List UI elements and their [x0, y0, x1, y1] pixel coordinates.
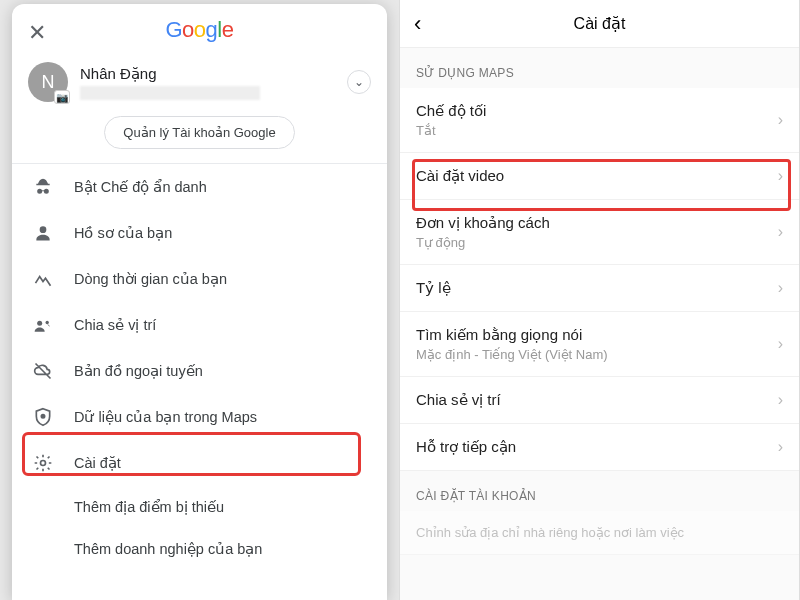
chevron-right-icon: ›: [778, 438, 783, 456]
row-location-sharing[interactable]: Chia sẻ vị trí ›: [400, 377, 799, 424]
cloud-off-icon: [32, 361, 54, 381]
section-header-account: CÀI ĐẶT TÀI KHOẢN: [400, 471, 799, 511]
account-name: Nhân Đặng: [80, 65, 260, 83]
menu-your-data[interactable]: Dữ liệu của bạn trong Maps: [12, 394, 387, 440]
chevron-down-icon[interactable]: ⌄: [347, 70, 371, 94]
setting-title: Tỷ lệ: [416, 279, 778, 297]
menu-profile[interactable]: Hồ sơ của bạn: [12, 210, 387, 256]
account-row[interactable]: N 📷 Nhân Đặng ⌄: [12, 56, 387, 112]
page-title: Cài đặt: [574, 14, 626, 33]
camera-icon: 📷: [54, 90, 70, 104]
location-share-icon: [32, 315, 54, 335]
chevron-right-icon: ›: [778, 279, 783, 297]
menu-label: Bật Chế độ ẩn danh: [74, 179, 207, 195]
menu-label: Hồ sơ của bạn: [74, 225, 172, 241]
close-icon[interactable]: ✕: [28, 20, 46, 46]
chevron-right-icon: ›: [778, 167, 783, 185]
setting-title: Chỉnh sửa địa chỉ nhà riêng hoặc nơi làm…: [416, 525, 783, 540]
chevron-right-icon: ›: [778, 391, 783, 409]
setting-subtitle: Tắt: [416, 123, 778, 138]
setting-title: Cài đặt video: [416, 167, 778, 185]
menu-label: Thêm doanh nghiệp của bạn: [74, 541, 262, 557]
right-phone: ‹ Cài đặt SỬ DỤNG MAPS Chế độ tối Tắt › …: [400, 0, 800, 600]
menu-label: Chia sẻ vị trí: [74, 317, 156, 333]
svg-point-3: [41, 415, 44, 418]
svg-point-2: [46, 321, 49, 324]
chevron-right-icon: ›: [778, 223, 783, 241]
setting-subtitle: Mặc định - Tiếng Việt (Việt Nam): [416, 347, 778, 362]
timeline-icon: [32, 269, 54, 289]
menu-settings[interactable]: Cài đặt: [12, 440, 387, 486]
menu-location-share[interactable]: Chia sẻ vị trí: [12, 302, 387, 348]
gear-icon: [32, 453, 54, 473]
setting-subtitle: Tự động: [416, 235, 778, 250]
chevron-right-icon: ›: [778, 111, 783, 129]
setting-title: Đơn vị khoảng cách: [416, 214, 778, 232]
row-accessibility[interactable]: Hỗ trợ tiếp cận ›: [400, 424, 799, 471]
row-distance-units[interactable]: Đơn vị khoảng cách Tự động ›: [400, 200, 799, 265]
row-scale[interactable]: Tỷ lệ ›: [400, 265, 799, 312]
left-phone: ✕ Google N 📷 Nhân Đặng ⌄ Quản lý Tài kho…: [0, 0, 400, 600]
account-email-redacted: [80, 86, 260, 100]
menu-label: Dòng thời gian của bạn: [74, 271, 227, 287]
setting-title: Hỗ trợ tiếp cận: [416, 438, 778, 456]
setting-title: Chế độ tối: [416, 102, 778, 120]
row-voice-search[interactable]: Tìm kiếm bằng giọng nói Mặc định - Tiếng…: [400, 312, 799, 377]
row-video-settings[interactable]: Cài đặt video ›: [400, 153, 799, 200]
incognito-icon: [32, 177, 54, 197]
svg-point-0: [40, 226, 47, 233]
svg-point-1: [37, 321, 42, 326]
google-logo: Google: [165, 17, 233, 43]
menu-incognito[interactable]: Bật Chế độ ẩn danh: [12, 164, 387, 210]
setting-title: Tìm kiếm bằng giọng nói: [416, 326, 778, 344]
section-header-maps: SỬ DỤNG MAPS: [400, 48, 799, 88]
manage-account-button[interactable]: Quản lý Tài khoản Google: [104, 116, 294, 149]
row-edit-address[interactable]: Chỉnh sửa địa chỉ nhà riêng hoặc nơi làm…: [400, 511, 799, 555]
menu-label: Bản đồ ngoại tuyến: [74, 363, 203, 379]
menu-label: Dữ liệu của bạn trong Maps: [74, 409, 257, 425]
settings-body: SỬ DỤNG MAPS Chế độ tối Tắt › Cài đặt vi…: [400, 48, 799, 600]
menu-label: Cài đặt: [74, 455, 121, 471]
menu-timeline[interactable]: Dòng thời gian của bạn: [12, 256, 387, 302]
svg-point-4: [41, 461, 46, 466]
row-dark-mode[interactable]: Chế độ tối Tắt ›: [400, 88, 799, 153]
avatar: N 📷: [28, 62, 68, 102]
back-icon[interactable]: ‹: [414, 11, 421, 37]
person-icon: [32, 223, 54, 243]
menu-add-business[interactable]: Thêm doanh nghiệp của bạn: [12, 528, 387, 570]
shield-icon: [32, 407, 54, 427]
account-dialog: ✕ Google N 📷 Nhân Đặng ⌄ Quản lý Tài kho…: [12, 4, 387, 600]
settings-header: ‹ Cài đặt: [400, 0, 799, 48]
menu-offline-maps[interactable]: Bản đồ ngoại tuyến: [12, 348, 387, 394]
dialog-header: ✕ Google: [12, 4, 387, 56]
setting-title: Chia sẻ vị trí: [416, 391, 778, 409]
chevron-right-icon: ›: [778, 335, 783, 353]
menu-add-missing-place[interactable]: Thêm địa điểm bị thiếu: [12, 486, 387, 528]
menu-label: Thêm địa điểm bị thiếu: [74, 499, 224, 515]
